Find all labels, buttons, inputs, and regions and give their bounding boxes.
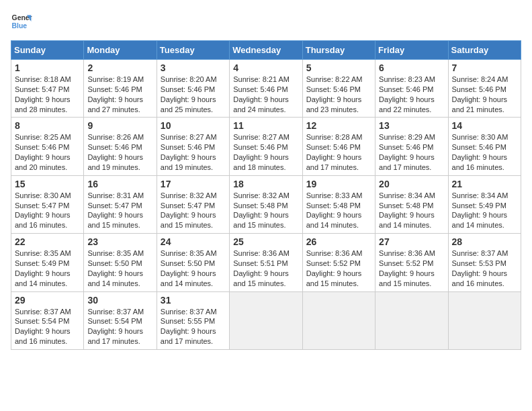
sunrise-line: Sunrise: 8:34 AM [452,191,517,201]
calendar-cell [448,291,521,349]
daylight-line: Daylight: 9 hours and 14 minutes. [379,210,444,230]
calendar-cell: 20Sunrise: 8:34 AMSunset: 5:48 PMDayligh… [375,175,448,233]
sunset-line: Sunset: 5:46 PM [161,142,226,152]
svg-text:Blue: Blue [12,22,28,30]
day-number: 27 [379,236,444,247]
day-number: 18 [233,179,298,189]
sunrise-line: Sunrise: 8:31 AM [87,191,152,201]
daylight-line: Daylight: 9 hours and 15 minutes. [233,269,298,289]
calendar-cell [230,291,302,349]
daylight-line: Daylight: 9 hours and 14 minutes. [161,269,226,289]
sunrise-line: Sunrise: 8:34 AM [379,191,444,201]
col-header-wednesday: Wednesday [230,41,302,60]
header: General Blue [11,11,521,32]
week-row-4: 22Sunrise: 8:35 AMSunset: 5:49 PMDayligh… [11,234,521,291]
daylight-line: Daylight: 9 hours and 16 minutes. [15,326,80,347]
day-number: 2 [87,62,152,73]
daylight-line: Daylight: 9 hours and 28 minutes. [15,95,80,115]
col-header-monday: Monday [84,41,157,60]
daylight-line: Daylight: 9 hours and 16 minutes. [452,269,517,289]
sunrise-line: Sunrise: 8:28 AM [306,132,371,142]
day-number: 1 [15,62,80,73]
day-number: 30 [87,295,152,306]
sunrise-line: Sunrise: 8:35 AM [15,248,80,259]
sunset-line: Sunset: 5:46 PM [306,142,371,152]
daylight-line: Daylight: 9 hours and 14 minutes. [87,269,152,289]
col-header-friday: Friday [375,41,448,60]
calendar-cell: 16Sunrise: 8:31 AMSunset: 5:47 PMDayligh… [84,175,157,233]
sunset-line: Sunset: 5:46 PM [161,85,226,95]
daylight-line: Daylight: 9 hours and 15 minutes. [233,210,298,230]
sunset-line: Sunset: 5:46 PM [87,85,152,95]
sunset-line: Sunset: 5:54 PM [87,316,152,326]
sunrise-line: Sunrise: 8:27 AM [233,132,298,142]
sunrise-line: Sunrise: 8:25 AM [15,132,80,142]
day-number: 14 [452,120,517,131]
daylight-line: Daylight: 9 hours and 24 minutes. [233,95,298,115]
daylight-line: Daylight: 9 hours and 15 minutes. [161,210,226,230]
day-number: 13 [379,120,444,131]
week-row-3: 15Sunrise: 8:30 AMSunset: 5:47 PMDayligh… [11,175,521,233]
week-row-5: 29Sunrise: 8:37 AMSunset: 5:54 PMDayligh… [11,291,521,349]
calendar-cell: 6Sunrise: 8:23 AMSunset: 5:46 PMDaylight… [375,60,448,118]
week-row-1: 1Sunrise: 8:18 AMSunset: 5:47 PMDaylight… [11,60,521,118]
day-number: 31 [161,295,226,306]
calendar-cell: 13Sunrise: 8:29 AMSunset: 5:46 PMDayligh… [375,118,448,175]
calendar-cell: 24Sunrise: 8:35 AMSunset: 5:50 PMDayligh… [157,234,229,291]
calendar-cell: 19Sunrise: 8:33 AMSunset: 5:48 PMDayligh… [302,175,375,233]
sunrise-line: Sunrise: 8:29 AM [379,132,444,142]
sunrise-line: Sunrise: 8:19 AM [87,75,152,85]
calendar-cell: 25Sunrise: 8:36 AMSunset: 5:51 PMDayligh… [230,234,302,291]
calendar-cell: 9Sunrise: 8:26 AMSunset: 5:46 PMDaylight… [84,118,157,175]
sunrise-line: Sunrise: 8:26 AM [87,132,152,142]
sunrise-line: Sunrise: 8:37 AM [452,248,517,259]
sunrise-line: Sunrise: 8:21 AM [233,75,298,85]
sunrise-line: Sunrise: 8:24 AM [452,75,517,85]
sunrise-line: Sunrise: 8:37 AM [161,307,226,317]
sunset-line: Sunset: 5:47 PM [15,201,80,211]
day-number: 3 [161,62,226,73]
daylight-line: Daylight: 9 hours and 14 minutes. [15,269,80,289]
calendar-cell [302,291,375,349]
sunrise-line: Sunrise: 8:36 AM [233,248,298,259]
daylight-line: Daylight: 9 hours and 17 minutes. [306,152,371,173]
day-number: 7 [452,62,517,73]
daylight-line: Daylight: 9 hours and 19 minutes. [87,152,152,173]
day-number: 25 [233,236,298,247]
sunset-line: Sunset: 5:46 PM [452,85,517,95]
sunrise-line: Sunrise: 8:30 AM [452,132,517,142]
calendar-table: SundayMondayTuesdayWednesdayThursdayFrid… [11,40,521,350]
daylight-line: Daylight: 9 hours and 14 minutes. [452,210,517,230]
daylight-line: Daylight: 9 hours and 22 minutes. [379,95,444,115]
calendar-cell: 23Sunrise: 8:35 AMSunset: 5:50 PMDayligh… [84,234,157,291]
sunset-line: Sunset: 5:46 PM [233,85,298,95]
daylight-line: Daylight: 9 hours and 14 minutes. [306,210,371,230]
daylight-line: Daylight: 9 hours and 15 minutes. [87,210,152,230]
sunset-line: Sunset: 5:48 PM [379,201,444,211]
calendar-cell: 21Sunrise: 8:34 AMSunset: 5:49 PMDayligh… [448,175,521,233]
sunset-line: Sunset: 5:46 PM [15,142,80,152]
logo: General Blue [11,11,32,32]
daylight-line: Daylight: 9 hours and 17 minutes. [87,326,152,347]
daylight-line: Daylight: 9 hours and 25 minutes. [161,95,226,115]
calendar-cell: 28Sunrise: 8:37 AMSunset: 5:53 PMDayligh… [448,234,521,291]
day-number: 12 [306,120,371,131]
calendar-cell: 11Sunrise: 8:27 AMSunset: 5:46 PMDayligh… [230,118,302,175]
daylight-line: Daylight: 9 hours and 15 minutes. [306,269,371,289]
sunset-line: Sunset: 5:46 PM [233,142,298,152]
daylight-line: Daylight: 9 hours and 16 minutes. [15,210,80,230]
sunset-line: Sunset: 5:46 PM [379,142,444,152]
logo-icon: General Blue [11,11,32,32]
calendar-cell: 7Sunrise: 8:24 AMSunset: 5:46 PMDaylight… [448,60,521,118]
daylight-line: Daylight: 9 hours and 17 minutes. [161,326,226,347]
sunset-line: Sunset: 5:48 PM [306,201,371,211]
daylight-line: Daylight: 9 hours and 15 minutes. [379,269,444,289]
calendar-cell: 12Sunrise: 8:28 AMSunset: 5:46 PMDayligh… [302,118,375,175]
sunset-line: Sunset: 5:46 PM [379,85,444,95]
daylight-line: Daylight: 9 hours and 21 minutes. [452,95,517,115]
calendar-cell: 27Sunrise: 8:36 AMSunset: 5:52 PMDayligh… [375,234,448,291]
calendar-cell: 4Sunrise: 8:21 AMSunset: 5:46 PMDaylight… [230,60,302,118]
col-header-sunday: Sunday [11,41,84,60]
sunrise-line: Sunrise: 8:37 AM [15,307,80,317]
calendar-cell: 2Sunrise: 8:19 AMSunset: 5:46 PMDaylight… [84,60,157,118]
